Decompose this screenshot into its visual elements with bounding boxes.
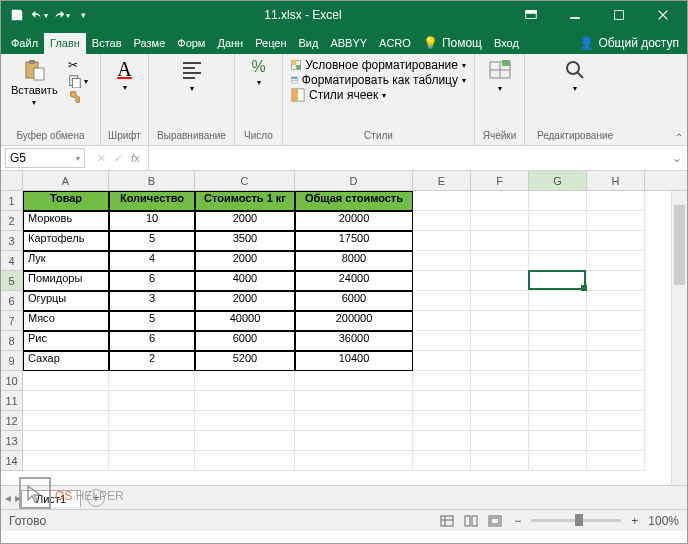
cell[interactable]: 3 xyxy=(109,291,195,311)
cut-button[interactable]: ✂ xyxy=(68,58,88,72)
name-box[interactable]: G5▾ xyxy=(5,148,85,168)
row-header[interactable]: 11 xyxy=(1,391,23,411)
font-button[interactable]: A▾ xyxy=(105,56,144,94)
cell[interactable] xyxy=(295,411,413,431)
cell[interactable] xyxy=(587,391,645,411)
paste-button[interactable]: Вставить ▾ xyxy=(5,56,64,109)
row-header[interactable]: 8 xyxy=(1,331,23,351)
cell[interactable] xyxy=(413,371,471,391)
cell[interactable] xyxy=(529,271,587,291)
tab-formulas[interactable]: Форм xyxy=(171,33,211,54)
cell[interactable]: 6000 xyxy=(195,331,295,351)
cell[interactable] xyxy=(109,451,195,471)
cells-button[interactable]: ▾ xyxy=(479,56,520,95)
cell[interactable] xyxy=(529,411,587,431)
cell[interactable] xyxy=(587,351,645,371)
cell[interactable] xyxy=(413,251,471,271)
cell[interactable] xyxy=(471,271,529,291)
cell[interactable]: 10400 xyxy=(295,351,413,371)
cell[interactable] xyxy=(587,231,645,251)
cell[interactable] xyxy=(295,431,413,451)
save-button[interactable] xyxy=(7,5,27,25)
cell[interactable] xyxy=(413,311,471,331)
tab-data[interactable]: Данн xyxy=(211,33,249,54)
row-header[interactable]: 5 xyxy=(1,271,23,291)
cell[interactable] xyxy=(471,371,529,391)
cell[interactable] xyxy=(413,391,471,411)
redo-button[interactable]: ▾ xyxy=(51,5,71,25)
column-header[interactable]: A xyxy=(23,171,109,190)
zoom-in-button[interactable]: + xyxy=(631,514,638,528)
tab-layout[interactable]: Разме xyxy=(128,33,172,54)
cell[interactable]: 5200 xyxy=(195,351,295,371)
cell[interactable] xyxy=(471,211,529,231)
row-header[interactable]: 7 xyxy=(1,311,23,331)
cell[interactable] xyxy=(23,411,109,431)
cell[interactable] xyxy=(413,271,471,291)
tab-home[interactable]: Главн xyxy=(44,33,86,54)
cell[interactable]: 6000 xyxy=(295,291,413,311)
column-header[interactable]: G xyxy=(529,171,587,190)
format-as-table-button[interactable]: Форматировать как таблицу▾ xyxy=(291,73,466,87)
cell[interactable] xyxy=(413,451,471,471)
cell[interactable] xyxy=(529,451,587,471)
cell[interactable] xyxy=(109,431,195,451)
expand-formula-bar-icon[interactable]: ⌄ xyxy=(667,151,687,165)
cell[interactable]: 17500 xyxy=(295,231,413,251)
cell[interactable]: Картофель xyxy=(23,231,109,251)
signin-link[interactable]: Вход xyxy=(488,33,525,54)
cell[interactable] xyxy=(23,371,109,391)
cell[interactable]: 10 xyxy=(109,211,195,231)
cell[interactable] xyxy=(471,351,529,371)
cell[interactable] xyxy=(529,231,587,251)
cell[interactable] xyxy=(109,391,195,411)
cell[interactable] xyxy=(529,431,587,451)
cell[interactable] xyxy=(109,411,195,431)
cell[interactable] xyxy=(23,451,109,471)
conditional-formatting-button[interactable]: Условное форматирование▾ xyxy=(291,58,466,72)
cell[interactable] xyxy=(195,371,295,391)
row-header[interactable]: 6 xyxy=(1,291,23,311)
cell[interactable] xyxy=(587,251,645,271)
cell[interactable]: Мясо xyxy=(23,311,109,331)
cell[interactable] xyxy=(529,391,587,411)
cell[interactable] xyxy=(413,191,471,211)
cell[interactable]: 20000 xyxy=(295,211,413,231)
cell[interactable]: Количество xyxy=(109,191,195,211)
cell[interactable] xyxy=(529,291,587,311)
qat-customize[interactable]: ▾ xyxy=(73,5,93,25)
cell[interactable] xyxy=(587,291,645,311)
ribbon-display-icon[interactable] xyxy=(513,1,549,29)
cell[interactable] xyxy=(413,431,471,451)
close-button[interactable] xyxy=(645,1,681,29)
page-layout-view-icon[interactable] xyxy=(460,512,482,530)
cell[interactable] xyxy=(471,191,529,211)
number-button[interactable]: %▾ xyxy=(239,56,278,89)
cell[interactable]: 200000 xyxy=(295,311,413,331)
cell[interactable] xyxy=(195,411,295,431)
column-header[interactable]: C xyxy=(195,171,295,190)
zoom-level[interactable]: 100% xyxy=(648,514,679,528)
cell[interactable] xyxy=(195,431,295,451)
vertical-scrollbar[interactable] xyxy=(671,191,687,485)
cell[interactable]: 3500 xyxy=(195,231,295,251)
column-header[interactable]: E xyxy=(413,171,471,190)
tab-acrobat[interactable]: ACRO xyxy=(373,33,417,54)
cell[interactable] xyxy=(195,451,295,471)
maximize-button[interactable] xyxy=(601,1,637,29)
cell[interactable] xyxy=(471,391,529,411)
cell[interactable]: 2000 xyxy=(195,291,295,311)
cell[interactable] xyxy=(295,391,413,411)
cell[interactable] xyxy=(529,371,587,391)
cell[interactable]: 5 xyxy=(109,311,195,331)
cell[interactable]: Огурцы xyxy=(23,291,109,311)
zoom-out-button[interactable]: − xyxy=(514,514,521,528)
cell[interactable] xyxy=(587,331,645,351)
cell[interactable] xyxy=(413,331,471,351)
cell[interactable] xyxy=(587,411,645,431)
sheet-nav-prev[interactable]: ◂ xyxy=(5,491,11,505)
cell[interactable]: 2000 xyxy=(195,211,295,231)
formula-bar[interactable] xyxy=(148,146,667,170)
cell[interactable]: Общая стоимость xyxy=(295,191,413,211)
cell[interactable] xyxy=(529,311,587,331)
